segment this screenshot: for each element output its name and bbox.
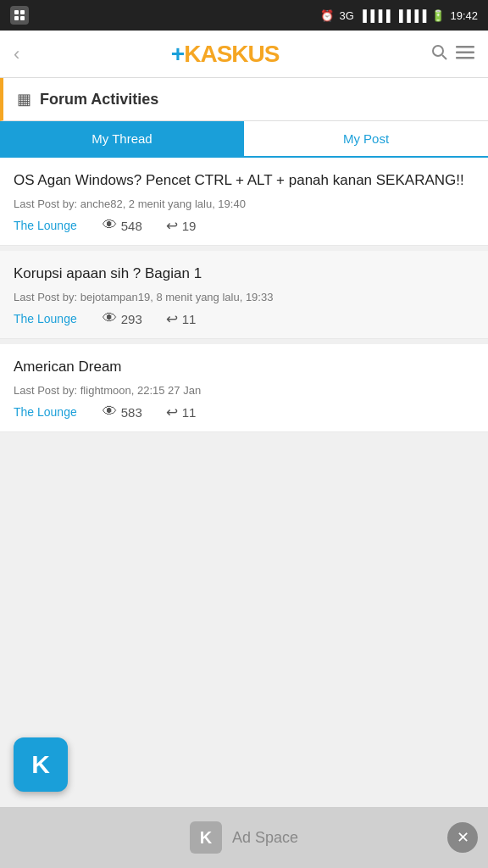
thread-footer: The Lounge 👁 583 ↩ 11 <box>14 403 474 421</box>
ad-space-bar: K Ad Space ✕ <box>0 807 488 868</box>
fab-label: K <box>31 750 50 779</box>
nav-bar: ‹ +KASKUS <box>0 31 488 78</box>
eye-icon: 👁 <box>103 403 117 420</box>
thread-title[interactable]: OS Agan Windows? Pencet CTRL + ALT + pan… <box>14 171 474 191</box>
status-left <box>10 6 29 25</box>
ad-label: Ad Space <box>232 829 298 847</box>
svg-rect-1 <box>20 10 25 14</box>
reply-icon: ↩ <box>166 403 178 421</box>
forum-icon: ▦ <box>17 90 31 108</box>
eye-icon: 👁 <box>103 310 117 327</box>
thread-list: OS Agan Windows? Pencet CTRL + ALT + pan… <box>0 158 488 432</box>
thread-meta: Last Post by: bejotampan19, 8 menit yang… <box>14 291 474 303</box>
reply-count: ↩ 11 <box>166 310 197 328</box>
thread-item: Korupsi apaan sih ? Bagian 1 Last Post b… <box>0 251 488 339</box>
signal-icon2: ▐▐▐▐ <box>396 9 427 22</box>
svg-rect-2 <box>14 16 19 20</box>
thread-category[interactable]: The Lounge <box>14 219 77 232</box>
svg-rect-7 <box>456 52 474 54</box>
tab-my-post[interactable]: My Post <box>244 121 488 156</box>
thread-item: OS Agan Windows? Pencet CTRL + ALT + pan… <box>0 158 488 246</box>
ad-close-button[interactable]: ✕ <box>447 822 478 853</box>
clock-icon: ⏰ <box>320 9 334 22</box>
svg-rect-8 <box>456 57 474 59</box>
back-button[interactable]: ‹ <box>14 43 19 65</box>
view-count: 👁 548 <box>103 217 142 234</box>
status-right: ⏰ 3G ▐▐▐▐ ▐▐▐▐ 🔋 19:42 <box>320 9 478 22</box>
menu-icon[interactable] <box>456 44 474 64</box>
logo-plus: + <box>171 41 184 67</box>
svg-line-5 <box>442 55 446 59</box>
eye-icon: 👁 <box>103 217 117 234</box>
thread-meta: Last Post by: anche82, 2 menit yang lalu… <box>14 198 474 210</box>
thread-stats: 👁 293 ↩ 11 <box>103 310 197 328</box>
svg-rect-3 <box>20 16 25 20</box>
thread-stats: 👁 583 ↩ 11 <box>103 403 197 421</box>
thread-meta: Last Post by: flightmoon, 22:15 27 Jan <box>14 384 474 397</box>
reply-count: ↩ 19 <box>166 217 197 235</box>
logo: +KASKUS <box>171 41 280 68</box>
thread-title[interactable]: Korupsi apaan sih ? Bagian 1 <box>14 264 474 284</box>
view-count: 👁 583 <box>103 403 142 420</box>
thread-category[interactable]: The Lounge <box>14 312 77 326</box>
thread-title[interactable]: American Dream <box>14 358 474 377</box>
reply-icon: ↩ <box>166 217 178 235</box>
nav-actions <box>430 43 474 64</box>
battery-icon: 🔋 <box>431 9 445 22</box>
forum-title: Forum Activities <box>40 91 158 108</box>
thread-category[interactable]: The Lounge <box>14 405 77 419</box>
status-bar: ⏰ 3G ▐▐▐▐ ▐▐▐▐ 🔋 19:42 <box>0 0 488 31</box>
thread-item: American Dream Last Post by: flightmoon,… <box>0 344 488 432</box>
signal-icon: ▐▐▐▐ <box>359 9 391 22</box>
view-count: 👁 293 <box>103 310 142 327</box>
tab-my-thread[interactable]: My Thread <box>0 121 244 156</box>
svg-rect-0 <box>14 10 19 14</box>
close-icon: ✕ <box>457 828 469 847</box>
tabs-bar: My Thread My Post <box>0 121 488 158</box>
forum-activities-header: ▦ Forum Activities <box>0 78 488 121</box>
thread-stats: 👁 548 ↩ 19 <box>103 217 197 235</box>
time-label: 19:42 <box>450 9 478 22</box>
svg-point-4 <box>433 46 443 56</box>
reply-count: ↩ 11 <box>166 403 197 421</box>
ad-k-icon: K <box>190 821 222 854</box>
fab-button[interactable]: K <box>14 737 68 792</box>
network-label: 3G <box>339 9 353 22</box>
thread-footer: The Lounge 👁 548 ↩ 19 <box>14 217 474 235</box>
svg-rect-6 <box>456 46 474 48</box>
bb-icon <box>10 6 29 25</box>
search-icon[interactable] <box>430 43 447 64</box>
logo-text: KASKUS <box>184 41 279 67</box>
reply-icon: ↩ <box>166 310 178 328</box>
thread-footer: The Lounge 👁 293 ↩ 11 <box>14 310 474 328</box>
